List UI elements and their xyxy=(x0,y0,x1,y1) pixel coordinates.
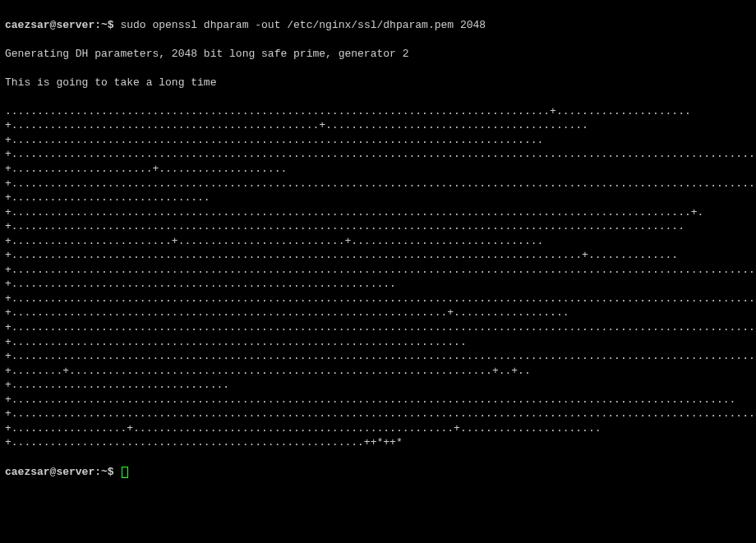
output-line-2: This is going to take a long time xyxy=(5,76,751,90)
terminal[interactable]: caezsar@server:~$ sudo openssl dhparam -… xyxy=(5,3,751,494)
cursor-block xyxy=(122,467,128,478)
command-line: caezsar@server:~$ sudo openssl dhparam -… xyxy=(5,18,751,33)
output-line-1: Generating DH parameters, 2048 bit long … xyxy=(5,47,751,62)
dh-progress-dots: ........................................… xyxy=(5,104,751,450)
prompt-line-2: caezsar@server:~$ xyxy=(5,465,751,480)
shell-prompt: caezsar@server:~$ xyxy=(5,19,120,31)
shell-prompt-2: caezsar@server:~$ xyxy=(5,466,120,478)
command-text: sudo openssl dhparam -out /etc/nginx/ssl… xyxy=(120,19,486,31)
